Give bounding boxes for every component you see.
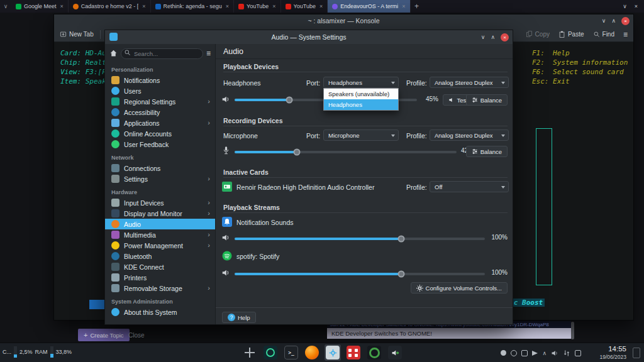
slider-handle[interactable] <box>398 271 405 278</box>
help-button[interactable]: Help <box>222 312 256 323</box>
stream-volume-value: 100% <box>486 269 508 276</box>
tab-close-icon[interactable] <box>402 3 405 9</box>
tab-close-icon[interactable] <box>319 3 323 9</box>
tray-expand-icon[interactable] <box>542 350 547 356</box>
pin-tool-icon[interactable] <box>242 344 258 361</box>
volume-mixer-icon[interactable] <box>387 344 403 361</box>
find-button[interactable]: Find <box>593 31 614 38</box>
sidebar-item-input-devices[interactable]: Input Devices <box>105 197 215 208</box>
notification-volume-slider[interactable] <box>235 238 485 240</box>
sidebar-item-connections[interactable]: Connections <box>105 163 215 173</box>
volume-tray-icon[interactable] <box>551 349 558 357</box>
sidebar-item-kde-connect[interactable]: KDE Connect <box>105 261 215 272</box>
tab-rethink[interactable]: Rethink: agenda - segu <box>151 0 234 13</box>
slider-handle[interactable] <box>286 97 293 104</box>
tab-youtube-1[interactable]: YouTube <box>234 0 281 13</box>
dropdown-option-headphones[interactable]: Headphones <box>324 99 398 110</box>
screenshot-tool-icon[interactable] <box>262 344 279 361</box>
sidebar-item-display-and-monitor[interactable]: Display and Monitor <box>105 208 215 219</box>
sidebar-menu-icon[interactable] <box>206 49 211 58</box>
sidebar-item-regional-settings[interactable]: Regional Settings <box>105 96 215 107</box>
sidebar-item-applications[interactable]: Applications <box>105 118 215 128</box>
sidebar-item-notifications[interactable]: Notifications <box>105 75 215 85</box>
sidebar-item-about-this-system[interactable]: About this System <box>105 307 215 317</box>
telegram-tray-icon[interactable] <box>532 351 538 356</box>
port-combobox[interactable]: Headphones <box>323 77 399 88</box>
tab-list-icon[interactable] <box>0 0 11 13</box>
clipboard-tray-icon[interactable] <box>575 350 581 356</box>
sidebar-item-users[interactable]: Users <box>105 85 215 96</box>
create-topic-button[interactable]: Create Topic <box>78 329 130 341</box>
system-monitor-widget[interactable]: C... 2,5% RAM 33,8% <box>3 346 72 358</box>
discord-tray-icon[interactable] <box>501 350 506 356</box>
green-ring-app-icon[interactable] <box>366 344 382 361</box>
tab-cadastro[interactable]: Cadastro e home v2 - [ <box>69 0 151 13</box>
tab-endeavouros[interactable]: EndeavourOS - A termi <box>328 0 410 13</box>
browser-close-icon[interactable] <box>635 3 638 9</box>
browser-minimize-icon[interactable] <box>623 3 627 9</box>
eye-tray-icon[interactable] <box>511 350 517 356</box>
sidebar-item-online-accounts[interactable]: Online Accounts <box>105 128 215 139</box>
close-icon[interactable] <box>621 17 630 25</box>
profile-combobox[interactable]: Analog Stereo Duplex <box>430 77 509 88</box>
mic-balance-button[interactable]: Balance <box>466 146 508 157</box>
mic-profile-combobox[interactable]: Analog Stereo Duplex <box>430 129 509 141</box>
hamburger-menu-icon[interactable] <box>623 30 628 39</box>
slider-handle[interactable] <box>398 236 405 243</box>
tab-close-icon[interactable] <box>226 3 229 9</box>
sidebar-item-user-feedback[interactable]: User Feedback <box>105 139 215 150</box>
terminal-launcher-icon[interactable]: >_ <box>283 344 299 361</box>
balance-button[interactable]: Balance <box>466 94 508 106</box>
red-app-icon[interactable] <box>345 344 362 361</box>
konsole-titlebar[interactable]: ~ : alsamixer — Konsole <box>54 14 633 27</box>
network-tray-icon[interactable] <box>563 349 570 357</box>
configure-volume-controls-button[interactable]: Configure Volume Controls... <box>411 282 508 293</box>
minimize-icon[interactable] <box>602 18 606 24</box>
spotify-volume-slider[interactable] <box>235 273 485 275</box>
playback-devices-header: Playback Devices <box>223 63 279 70</box>
firefox-icon[interactable] <box>304 344 320 361</box>
sidebar-item-network-settings[interactable]: Settings <box>105 173 215 184</box>
record-tray-icon[interactable] <box>521 350 528 356</box>
sidebar-item-power-management[interactable]: Power Management <box>105 240 215 251</box>
new-tab-button[interactable] <box>411 0 423 13</box>
microphone-volume-slider[interactable] <box>235 151 457 153</box>
port-label: Port: <box>306 132 320 140</box>
dropdown-option-speakers[interactable]: Speakers (unavailable) <box>324 89 398 99</box>
tab-close-icon[interactable] <box>272 3 275 9</box>
konsole-title: ~ : alsamixer — Konsole <box>308 17 379 25</box>
search-input[interactable] <box>121 48 203 59</box>
alsamixer-volume-gauge <box>536 128 552 285</box>
slider-handle[interactable] <box>293 149 300 156</box>
headphones-volume-value: 45% <box>413 96 438 102</box>
clock-widget[interactable]: 14:55 19/06/2023 <box>599 345 626 360</box>
tab-google-meet[interactable]: Google Meet <box>11 0 69 13</box>
card-profile-combobox[interactable]: Off <box>430 181 509 192</box>
settings-titlebar[interactable]: Audio — System Settings <box>105 30 513 44</box>
minimize-icon[interactable] <box>481 34 486 40</box>
close-icon[interactable] <box>501 33 509 41</box>
speaker-icon <box>221 233 230 242</box>
page-scrollbar[interactable] <box>571 322 574 339</box>
system-settings-task-icon[interactable] <box>325 344 341 361</box>
copy-button[interactable]: Copy <box>526 31 550 38</box>
sidebar-item-bluetooth[interactable]: Bluetooth <box>105 251 215 261</box>
sidebar-item-multimedia[interactable]: Multimedia <box>105 229 215 240</box>
paste-button[interactable]: Paste <box>558 31 584 38</box>
mic-port-combobox[interactable]: Microphone <box>323 129 399 141</box>
tab-close-icon[interactable] <box>60 3 64 9</box>
maximize-icon[interactable] <box>491 34 495 40</box>
new-tab-button[interactable]: New Tab <box>60 31 94 38</box>
tab-close-icon[interactable] <box>142 3 145 9</box>
balance-icon <box>472 148 478 155</box>
show-desktop-button[interactable] <box>633 348 640 358</box>
sidebar-item-audio[interactable]: Audio <box>105 219 215 229</box>
sidebar-item-accessibility[interactable]: Accessibility <box>105 107 215 118</box>
tab-youtube-2[interactable]: YouTube <box>281 0 328 13</box>
section-hardware: Hardware <box>105 184 215 197</box>
close-link[interactable]: Close <box>128 332 145 339</box>
sidebar-item-removable-storage[interactable]: Removable Storage <box>105 283 215 293</box>
home-icon[interactable] <box>109 49 118 57</box>
maximize-icon[interactable] <box>611 18 616 24</box>
sidebar-item-printers[interactable]: Printers <box>105 272 215 283</box>
